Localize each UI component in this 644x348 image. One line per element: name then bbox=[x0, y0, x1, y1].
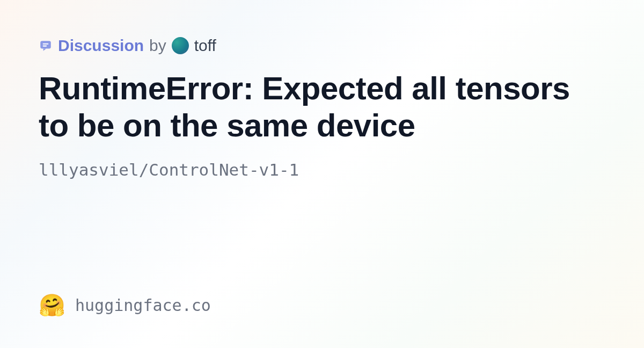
discussion-icon bbox=[39, 39, 53, 53]
header-row: Discussion by toff bbox=[39, 37, 605, 55]
site-label: huggingface.co bbox=[75, 296, 211, 315]
svg-rect-1 bbox=[43, 44, 49, 45]
svg-rect-0 bbox=[40, 41, 51, 48]
footer: 🤗 huggingface.co bbox=[39, 294, 211, 316]
avatar bbox=[172, 37, 189, 54]
card-container: Discussion by toff RuntimeError: Expecte… bbox=[0, 0, 644, 348]
page-title: RuntimeError: Expected all tensors to be… bbox=[39, 70, 605, 144]
repo-path: lllyasviel/ControlNet-v1-1 bbox=[39, 160, 605, 179]
huggingface-icon: 🤗 bbox=[39, 294, 65, 316]
discussion-label: Discussion bbox=[58, 37, 144, 55]
svg-rect-2 bbox=[43, 45, 47, 46]
username: toff bbox=[194, 37, 216, 55]
by-text: by bbox=[149, 37, 166, 55]
